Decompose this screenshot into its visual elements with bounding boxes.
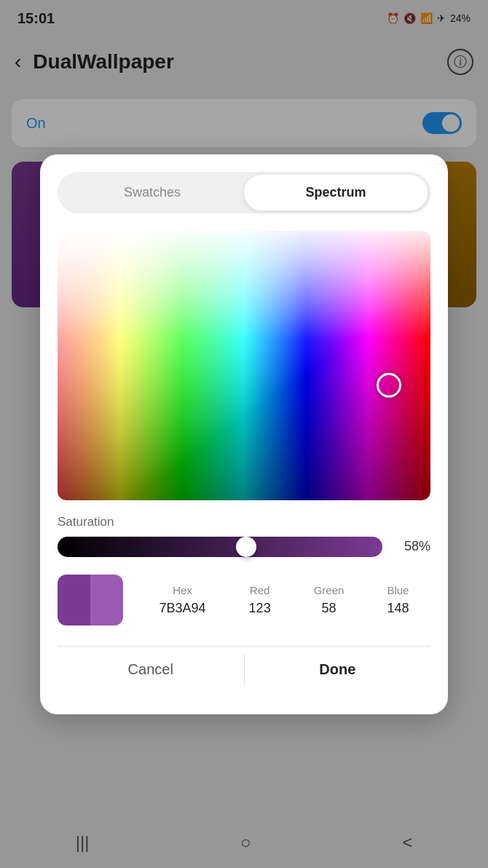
hex-column: Hex 7B3A94 bbox=[160, 584, 206, 616]
saturation-slider-row: 58% bbox=[58, 537, 430, 557]
saturation-label: Saturation bbox=[58, 515, 430, 529]
tab-swatches[interactable]: Swatches bbox=[60, 175, 244, 210]
done-button[interactable]: Done bbox=[245, 647, 431, 693]
green-value[interactable]: 58 bbox=[322, 601, 337, 616]
blue-label: Blue bbox=[387, 584, 409, 596]
swatch-right bbox=[90, 575, 123, 626]
color-gradient[interactable] bbox=[58, 231, 430, 500]
modal-overlay: Swatches Spectrum Saturation 58% bbox=[0, 0, 488, 868]
color-info-row: Hex 7B3A94 Red 123 Green 58 Blue 148 bbox=[58, 575, 430, 626]
red-column: Red 123 bbox=[249, 584, 271, 616]
green-column: Green 58 bbox=[314, 584, 345, 616]
color-swatch bbox=[58, 575, 123, 626]
color-values: Hex 7B3A94 Red 123 Green 58 Blue 148 bbox=[138, 584, 430, 616]
color-picker-dialog: Swatches Spectrum Saturation 58% bbox=[40, 154, 448, 714]
swatch-left bbox=[58, 575, 90, 626]
dialog-buttons: Cancel Done bbox=[58, 646, 430, 693]
saturation-value: 58% bbox=[394, 539, 430, 554]
red-value[interactable]: 123 bbox=[249, 601, 271, 616]
picker-cursor[interactable] bbox=[377, 373, 401, 398]
blue-column: Blue 148 bbox=[387, 584, 409, 616]
tab-spectrum[interactable]: Spectrum bbox=[244, 175, 428, 210]
tab-bar: Swatches Spectrum bbox=[58, 172, 430, 213]
saturation-slider-thumb[interactable] bbox=[236, 537, 256, 557]
cancel-button[interactable]: Cancel bbox=[58, 647, 244, 693]
green-label: Green bbox=[314, 584, 345, 596]
hex-value[interactable]: 7B3A94 bbox=[160, 601, 206, 616]
hex-label: Hex bbox=[173, 584, 192, 596]
saturation-slider-track[interactable] bbox=[58, 537, 382, 557]
red-label: Red bbox=[250, 584, 270, 596]
color-picker-area[interactable] bbox=[58, 231, 430, 500]
blue-value[interactable]: 148 bbox=[387, 601, 409, 616]
